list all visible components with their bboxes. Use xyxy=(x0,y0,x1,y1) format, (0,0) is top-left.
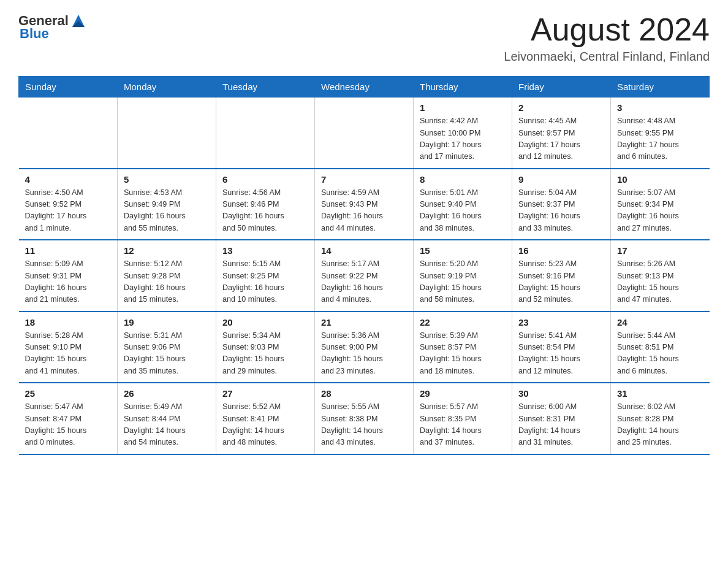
day-info: Sunrise: 5:20 AM Sunset: 9:19 PM Dayligh… xyxy=(420,258,506,306)
day-info: Sunrise: 5:49 AM Sunset: 8:44 PM Dayligh… xyxy=(124,401,210,449)
day-number: 6 xyxy=(222,174,308,185)
col-tuesday: Tuesday xyxy=(216,77,315,98)
day-number: 23 xyxy=(518,317,604,327)
day-number: 26 xyxy=(124,388,210,399)
table-row: 2Sunrise: 4:45 AM Sunset: 9:57 PM Daylig… xyxy=(512,98,611,169)
day-info: Sunrise: 4:56 AM Sunset: 9:46 PM Dayligh… xyxy=(222,187,308,235)
col-thursday: Thursday xyxy=(414,77,512,98)
calendar-week-row: 11Sunrise: 5:09 AM Sunset: 9:31 PM Dayli… xyxy=(19,240,710,312)
day-number: 14 xyxy=(321,245,407,256)
day-number: 17 xyxy=(617,245,703,256)
day-info: Sunrise: 4:42 AM Sunset: 10:00 PM Daylig… xyxy=(420,115,506,163)
table-row: 8Sunrise: 5:01 AM Sunset: 9:40 PM Daylig… xyxy=(414,169,512,240)
day-info: Sunrise: 5:34 AM Sunset: 9:03 PM Dayligh… xyxy=(222,330,308,378)
table-row: 21Sunrise: 5:36 AM Sunset: 9:00 PM Dayli… xyxy=(315,312,414,383)
table-row: 11Sunrise: 5:09 AM Sunset: 9:31 PM Dayli… xyxy=(19,240,118,312)
day-number: 9 xyxy=(518,174,604,185)
table-row xyxy=(315,98,414,169)
day-number: 25 xyxy=(25,388,112,399)
table-row: 12Sunrise: 5:12 AM Sunset: 9:28 PM Dayli… xyxy=(118,240,216,312)
day-number: 28 xyxy=(321,388,407,399)
table-row: 20Sunrise: 5:34 AM Sunset: 9:03 PM Dayli… xyxy=(216,312,315,383)
day-info: Sunrise: 5:41 AM Sunset: 8:54 PM Dayligh… xyxy=(518,330,604,378)
day-number: 5 xyxy=(124,174,210,185)
table-row: 22Sunrise: 5:39 AM Sunset: 8:57 PM Dayli… xyxy=(414,312,512,383)
day-number: 4 xyxy=(25,174,112,185)
col-saturday: Saturday xyxy=(611,77,710,98)
day-number: 16 xyxy=(518,245,604,256)
location-text: Leivonmaeki, Central Finland, Finland xyxy=(504,50,710,64)
table-row: 26Sunrise: 5:49 AM Sunset: 8:44 PM Dayli… xyxy=(118,383,216,454)
day-info: Sunrise: 4:45 AM Sunset: 9:57 PM Dayligh… xyxy=(518,115,604,163)
day-info: Sunrise: 5:04 AM Sunset: 9:37 PM Dayligh… xyxy=(518,187,604,235)
day-number: 29 xyxy=(420,388,506,399)
day-info: Sunrise: 5:57 AM Sunset: 8:35 PM Dayligh… xyxy=(420,401,506,449)
table-row: 3Sunrise: 4:48 AM Sunset: 9:55 PM Daylig… xyxy=(611,98,710,169)
day-number: 12 xyxy=(124,245,210,256)
day-info: Sunrise: 6:00 AM Sunset: 8:31 PM Dayligh… xyxy=(518,401,604,449)
table-row: 13Sunrise: 5:15 AM Sunset: 9:25 PM Dayli… xyxy=(216,240,315,312)
day-info: Sunrise: 5:17 AM Sunset: 9:22 PM Dayligh… xyxy=(321,258,407,306)
table-row: 7Sunrise: 4:59 AM Sunset: 9:43 PM Daylig… xyxy=(315,169,414,240)
table-row: 15Sunrise: 5:20 AM Sunset: 9:19 PM Dayli… xyxy=(414,240,512,312)
table-row: 18Sunrise: 5:28 AM Sunset: 9:10 PM Dayli… xyxy=(19,312,118,383)
table-row: 23Sunrise: 5:41 AM Sunset: 8:54 PM Dayli… xyxy=(512,312,611,383)
day-info: Sunrise: 5:26 AM Sunset: 9:13 PM Dayligh… xyxy=(617,258,703,306)
day-number: 21 xyxy=(321,317,407,327)
day-number: 18 xyxy=(25,317,112,327)
day-number: 20 xyxy=(222,317,308,327)
calendar-week-row: 1Sunrise: 4:42 AM Sunset: 10:00 PM Dayli… xyxy=(19,98,710,169)
table-row xyxy=(118,98,216,169)
day-info: Sunrise: 5:36 AM Sunset: 9:00 PM Dayligh… xyxy=(321,330,407,378)
day-number: 1 xyxy=(420,102,506,113)
day-number: 13 xyxy=(222,245,308,256)
day-info: Sunrise: 5:07 AM Sunset: 9:34 PM Dayligh… xyxy=(617,187,703,235)
calendar-table: Sunday Monday Tuesday Wednesday Thursday… xyxy=(18,76,710,455)
table-row: 28Sunrise: 5:55 AM Sunset: 8:38 PM Dayli… xyxy=(315,383,414,454)
table-row xyxy=(216,98,315,169)
day-number: 3 xyxy=(617,102,703,113)
logo-blue-text: Blue xyxy=(20,26,49,42)
table-row: 1Sunrise: 4:42 AM Sunset: 10:00 PM Dayli… xyxy=(414,98,512,169)
table-row: 5Sunrise: 4:53 AM Sunset: 9:49 PM Daylig… xyxy=(118,169,216,240)
day-info: Sunrise: 5:52 AM Sunset: 8:41 PM Dayligh… xyxy=(222,401,308,449)
table-row: 10Sunrise: 5:07 AM Sunset: 9:34 PM Dayli… xyxy=(611,169,710,240)
table-row: 19Sunrise: 5:31 AM Sunset: 9:06 PM Dayli… xyxy=(118,312,216,383)
col-monday: Monday xyxy=(118,77,216,98)
day-info: Sunrise: 4:48 AM Sunset: 9:55 PM Dayligh… xyxy=(617,115,703,163)
col-wednesday: Wednesday xyxy=(315,77,414,98)
day-number: 30 xyxy=(518,388,604,399)
table-row: 31Sunrise: 6:02 AM Sunset: 8:28 PM Dayli… xyxy=(611,383,710,454)
day-info: Sunrise: 5:44 AM Sunset: 8:51 PM Dayligh… xyxy=(617,330,703,378)
day-number: 19 xyxy=(124,317,210,327)
day-number: 27 xyxy=(222,388,308,399)
col-friday: Friday xyxy=(512,77,611,98)
logo: General Blue xyxy=(18,12,87,42)
table-row xyxy=(19,98,118,169)
day-info: Sunrise: 5:31 AM Sunset: 9:06 PM Dayligh… xyxy=(124,330,210,378)
day-info: Sunrise: 5:15 AM Sunset: 9:25 PM Dayligh… xyxy=(222,258,308,306)
day-number: 31 xyxy=(617,388,703,399)
day-info: Sunrise: 4:53 AM Sunset: 9:49 PM Dayligh… xyxy=(124,187,210,235)
day-number: 15 xyxy=(420,245,506,256)
logo-triangle-icon xyxy=(70,12,87,29)
calendar-week-row: 25Sunrise: 5:47 AM Sunset: 8:47 PM Dayli… xyxy=(19,383,710,454)
page-header: General Blue August 2024 Leivonmaeki, Ce… xyxy=(18,12,710,64)
table-row: 16Sunrise: 5:23 AM Sunset: 9:16 PM Dayli… xyxy=(512,240,611,312)
day-number: 2 xyxy=(518,102,604,113)
table-row: 30Sunrise: 6:00 AM Sunset: 8:31 PM Dayli… xyxy=(512,383,611,454)
day-info: Sunrise: 4:50 AM Sunset: 9:52 PM Dayligh… xyxy=(25,187,112,235)
day-number: 7 xyxy=(321,174,407,185)
title-section: August 2024 Leivonmaeki, Central Finland… xyxy=(504,12,710,64)
day-info: Sunrise: 5:09 AM Sunset: 9:31 PM Dayligh… xyxy=(25,258,112,306)
table-row: 14Sunrise: 5:17 AM Sunset: 9:22 PM Dayli… xyxy=(315,240,414,312)
day-info: Sunrise: 5:23 AM Sunset: 9:16 PM Dayligh… xyxy=(518,258,604,306)
day-number: 10 xyxy=(617,174,703,185)
calendar-week-row: 4Sunrise: 4:50 AM Sunset: 9:52 PM Daylig… xyxy=(19,169,710,240)
table-row: 17Sunrise: 5:26 AM Sunset: 9:13 PM Dayli… xyxy=(611,240,710,312)
day-number: 22 xyxy=(420,317,506,327)
day-info: Sunrise: 6:02 AM Sunset: 8:28 PM Dayligh… xyxy=(617,401,703,449)
table-row: 24Sunrise: 5:44 AM Sunset: 8:51 PM Dayli… xyxy=(611,312,710,383)
table-row: 27Sunrise: 5:52 AM Sunset: 8:41 PM Dayli… xyxy=(216,383,315,454)
day-number: 11 xyxy=(25,245,112,256)
